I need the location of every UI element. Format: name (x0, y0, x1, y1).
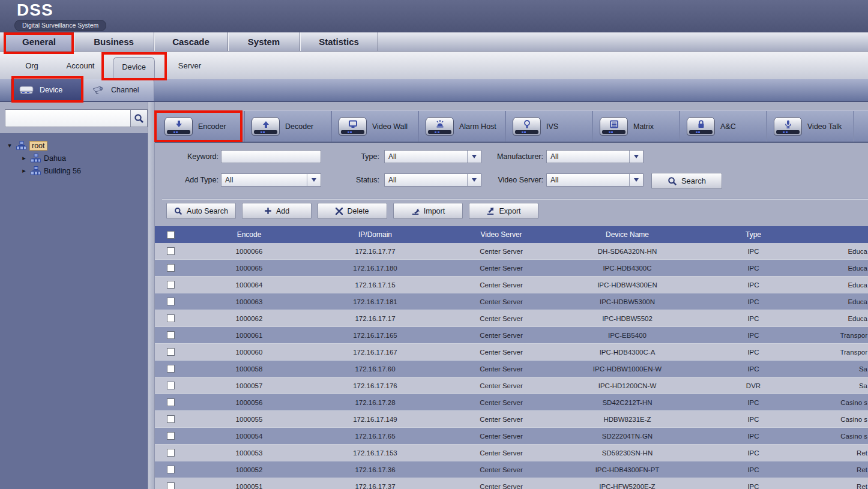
row-checkbox[interactable] (167, 298, 175, 305)
toolbar-item-alarm-host[interactable]: Alarm Host (418, 111, 505, 142)
toolbar-item-video-talk[interactable]: Video Talk (767, 111, 854, 142)
table-row[interactable]: 1000052172.16.17.36Center ServerIPC-HDB4… (155, 461, 868, 478)
tab-business[interactable]: Business (74, 32, 154, 51)
cell-video-server: Center Server (438, 265, 564, 272)
add-button[interactable]: Add (242, 203, 312, 219)
type-select-value: All (388, 152, 396, 161)
table-row[interactable]: 1000066172.16.17.77Center ServerDH-SD6A3… (155, 243, 868, 260)
table-row[interactable]: 1000056172.16.17.28Center ServerSD42C212… (155, 394, 868, 411)
select-all-checkbox[interactable] (167, 231, 175, 239)
manufacturer-select[interactable]: All (546, 150, 643, 163)
keyword-input[interactable] (221, 150, 321, 163)
cell-video-server: Center Server (438, 248, 564, 255)
tree-node-label[interactable]: root (29, 141, 47, 151)
search-button[interactable]: Search (651, 173, 722, 189)
tree-node-root[interactable]: ▾ root (6, 139, 148, 152)
add-type-select[interactable]: All (221, 173, 321, 187)
cell-ip: 172.16.17.176 (312, 382, 438, 389)
column-header-encode[interactable]: Encode (186, 230, 312, 239)
subtab-device[interactable]: Device (113, 57, 155, 79)
row-checkbox[interactable] (167, 314, 175, 322)
sidebar-splitter[interactable] (148, 102, 155, 489)
row-checkbox[interactable] (167, 432, 175, 440)
row-checkbox[interactable] (167, 331, 175, 339)
cell-video-server: Center Server (438, 483, 564, 489)
table-row[interactable]: 1000058172.16.17.60Center ServerIPC-HDBW… (155, 361, 868, 377)
subtab-org[interactable]: Org (18, 58, 46, 74)
cell-video-server: Center Server (438, 315, 564, 322)
chevron-down-icon (307, 174, 321, 186)
row-checkbox[interactable] (167, 281, 175, 289)
viewtab-device[interactable]: Device (11, 79, 83, 101)
row-checkbox[interactable] (167, 398, 175, 406)
cell-org-partial: Casino s (816, 433, 868, 440)
column-header-type[interactable]: Type (690, 230, 816, 239)
org-search-button[interactable] (131, 109, 148, 127)
tab-cascade[interactable]: Cascade (154, 32, 228, 51)
viewtab-channel[interactable]: Channel (83, 79, 154, 101)
row-checkbox[interactable] (167, 415, 175, 423)
tab-system[interactable]: System (228, 32, 300, 51)
row-checkbox[interactable] (167, 365, 175, 373)
table-row[interactable]: 1000062172.16.17.17Center ServerIPC-HDBW… (155, 310, 868, 327)
toolbar-item-matrix[interactable]: Matrix (592, 111, 680, 142)
expand-arrow-icon[interactable]: ▸ (20, 154, 28, 162)
status-select-value: All (388, 176, 396, 184)
tab-general[interactable]: General (5, 32, 74, 51)
org-search-input[interactable] (5, 109, 131, 127)
table-row[interactable]: 1000057172.16.17.176Center ServerIPC-HD1… (155, 377, 868, 394)
toolbar-item-encoder[interactable]: Encoder (157, 111, 244, 142)
cell-org-partial: Educa (816, 281, 868, 289)
cell-encode: 1000064 (186, 281, 312, 289)
toolbar-item-ivs[interactable]: IVS (505, 111, 592, 142)
tree-node-label[interactable]: Dahua (44, 154, 66, 163)
row-checkbox[interactable] (167, 482, 175, 489)
subtab-server[interactable]: Server (174, 58, 205, 74)
column-header-ip-domain[interactable]: IP/Domain (312, 230, 438, 239)
manufacturer-label: Manufacturer: (482, 150, 543, 163)
cell-type: DVR (690, 382, 816, 389)
toolbar-item-access-control[interactable]: A&C (680, 111, 767, 142)
tree-node-label[interactable]: Building 56 (44, 167, 81, 175)
table-row[interactable]: 1000055172.16.17.149Center ServerHDBW823… (155, 411, 868, 428)
row-checkbox[interactable] (167, 466, 175, 473)
table-row[interactable]: 1000065172.16.17.180Center ServerIPC-HDB… (155, 260, 868, 277)
status-select[interactable]: All (384, 173, 481, 187)
expand-arrow-icon[interactable]: ▸ (20, 167, 28, 175)
row-checkbox[interactable] (167, 247, 175, 255)
video-talk-icon (774, 117, 802, 136)
cell-encode: 1000061 (186, 332, 312, 339)
row-checkbox[interactable] (167, 382, 175, 389)
toolbar-item-decoder[interactable]: Decoder (244, 111, 331, 142)
table-row[interactable]: 1000060172.16.17.167Center ServerIPC-HDB… (155, 344, 868, 361)
import-button[interactable]: Import (393, 203, 463, 219)
table-row[interactable]: 1000051172.16.17.37Center ServerIPC-HFW5… (155, 478, 868, 489)
table-row[interactable]: 1000063172.16.17.181Center ServerIPC-HDB… (155, 293, 868, 310)
table-row[interactable]: 1000061172.16.17.165Center ServerIPC-EB5… (155, 327, 868, 344)
subtab-account[interactable]: Account (62, 58, 98, 74)
row-checkbox[interactable] (167, 348, 175, 356)
column-header-device-name[interactable]: Device Name (564, 230, 690, 239)
tree-node-building-56[interactable]: ▸ Building 56 (20, 164, 148, 177)
auto-search-button[interactable]: Auto Search (166, 203, 236, 219)
cell-ip: 172.16.17.15 (312, 281, 438, 289)
table-row[interactable]: 1000064172.16.17.15Center ServerIPC-HDBW… (155, 277, 868, 293)
tree-node-dahua[interactable]: ▸ Dahua (20, 152, 148, 164)
add-label: Add (276, 207, 289, 215)
row-checkbox[interactable] (167, 264, 175, 272)
camera-icon (92, 85, 105, 95)
delete-button[interactable]: Delete (318, 203, 387, 219)
collapse-arrow-icon[interactable]: ▾ (6, 142, 13, 149)
tab-statistics[interactable]: Statistics (300, 32, 378, 51)
video-server-select[interactable]: All (546, 173, 643, 187)
row-checkbox[interactable] (167, 449, 175, 457)
cell-video-server: Center Server (438, 332, 564, 339)
alarm-host-icon (426, 117, 454, 136)
type-select[interactable]: All (384, 150, 481, 163)
table-row[interactable]: 1000054172.16.17.65Center ServerSD22204T… (155, 428, 868, 445)
column-header-video-server[interactable]: Video Server (438, 230, 564, 239)
toolbar-item-label: Video Talk (807, 122, 842, 131)
toolbar-item-video-wall[interactable]: Video Wall (331, 111, 418, 142)
table-row[interactable]: 1000053172.16.17.153Center ServerSD59230… (155, 445, 868, 461)
export-button[interactable]: Export (469, 203, 538, 219)
